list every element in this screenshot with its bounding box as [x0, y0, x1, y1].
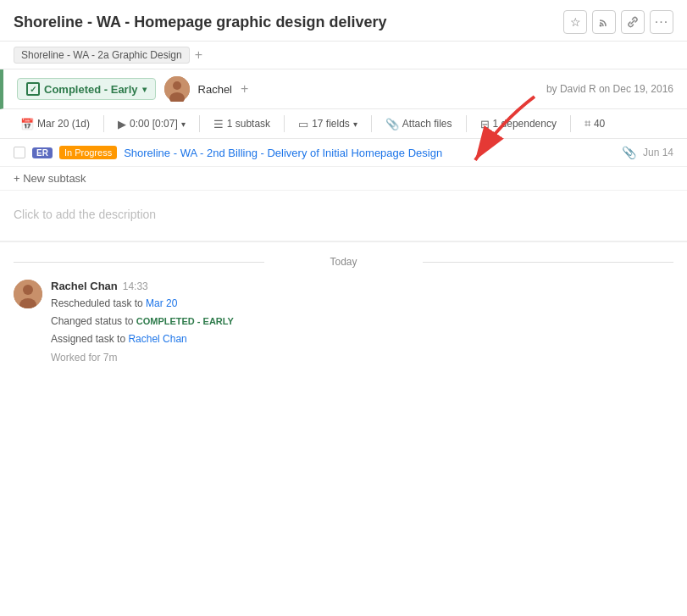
new-subtask-button[interactable]: + New subtask — [0, 167, 687, 191]
share-count: 40 — [594, 118, 605, 130]
breadcrumb-add[interactable]: + — [195, 47, 202, 63]
status-label: Completed - Early — [44, 83, 138, 96]
fields-label: 17 fields — [312, 118, 350, 130]
svg-point-0 — [600, 25, 602, 27]
status-bar: ✓ Completed - Early ▾ Rachel + by David … — [0, 69, 687, 109]
attach-button[interactable]: 📎 Attach files — [379, 115, 459, 133]
today-label: Today — [14, 256, 673, 268]
subtask-section: ER In Progress Shoreline - WA - 2nd Bill… — [0, 139, 687, 167]
subtask-row: ER In Progress Shoreline - WA - 2nd Bill… — [0, 139, 687, 167]
status-change-link[interactable]: COMPLETED - EARLY — [136, 316, 234, 326]
activity-avatar-image — [14, 280, 42, 308]
fields-dropdown-icon: ▾ — [353, 119, 357, 129]
attachment-icon: 📎 — [622, 146, 636, 159]
in-progress-badge[interactable]: In Progress — [59, 146, 117, 159]
fields-icon: ▭ — [298, 118, 308, 130]
star-button[interactable]: ☆ — [563, 10, 587, 34]
activity-item: Rachel Chan 14:33 Rescheduled task to Ma… — [14, 280, 673, 363]
dependency-button[interactable]: ⊟ 1 dependency — [474, 115, 563, 133]
activity-user: Rachel Chan — [51, 280, 118, 292]
time-dropdown-icon: ▾ — [181, 119, 186, 129]
attach-label: Attach files — [402, 118, 452, 130]
date-label: Mar 20 (1d) — [37, 118, 90, 130]
share-icon: ⌗ — [585, 117, 590, 130]
link-button[interactable] — [621, 10, 645, 34]
separator-1 — [103, 115, 104, 132]
subtask-icon: ☰ — [213, 118, 224, 130]
description-area[interactable]: Click to add the description — [0, 191, 687, 241]
activity-content: Rachel Chan 14:33 Rescheduled task to Ma… — [51, 280, 673, 363]
separator-2 — [199, 115, 200, 132]
page-title: Shoreline - WA - Homepage graphic design… — [14, 14, 386, 31]
rss-button[interactable] — [592, 10, 616, 34]
avatar — [164, 76, 190, 102]
header-actions: ☆ ··· — [563, 10, 673, 34]
date-field[interactable]: 📅 Mar 20 (1d) — [14, 115, 97, 133]
activity-line-3: Assigned task to Rachel Chan — [51, 331, 673, 347]
calendar-icon: 📅 — [20, 118, 34, 130]
activity-section: Today Rachel Chan 14:33 Rescheduled task… — [0, 242, 687, 387]
fields-button[interactable]: ▭ 17 fields ▾ — [291, 115, 364, 133]
subtask-title[interactable]: Shoreline - WA - 2nd Billing - Delivery … — [124, 147, 615, 159]
subtask-label: 1 subtask — [227, 118, 270, 130]
activity-line-1: Rescheduled task to Mar 20 — [51, 296, 673, 312]
activity-header: Rachel Chan 14:33 — [51, 280, 673, 292]
by-info: by David R on Dec 19, 2016 — [546, 83, 673, 95]
subtask-field[interactable]: ☰ 1 subtask — [207, 115, 277, 133]
add-assignee-button[interactable]: + — [241, 81, 248, 97]
activity-line-2: Changed status to COMPLETED - EARLY — [51, 314, 673, 330]
svg-point-2 — [173, 81, 181, 90]
subtask-checkbox[interactable] — [14, 147, 25, 158]
assigned-link[interactable]: Rachel Chan — [128, 333, 186, 345]
breadcrumb-tag[interactable]: Shoreline - WA - 2a Graphic Design — [14, 47, 190, 64]
breadcrumb-bar: Shoreline - WA - 2a Graphic Design + — [0, 42, 687, 69]
paperclip-icon: 📎 — [385, 118, 399, 130]
separator-3 — [284, 115, 285, 132]
subtask-date: Jun 14 — [643, 147, 673, 158]
separator-4 — [371, 115, 372, 132]
svg-point-6 — [23, 285, 33, 295]
activity-avatar — [14, 280, 42, 308]
time-field[interactable]: ▶ 0:00 [0:07] ▾ — [111, 115, 192, 133]
toolbar-bar: 📅 Mar 20 (1d) ▶ 0:00 [0:07] ▾ ☰ 1 subtas… — [0, 109, 687, 139]
separator-5 — [466, 115, 467, 132]
worked-for: Worked for 7m — [51, 352, 673, 363]
dependency-icon: ⊟ — [480, 118, 490, 130]
rss-icon — [598, 16, 610, 28]
time-label: 0:00 [0:07] — [130, 118, 178, 130]
more-button[interactable]: ··· — [650, 10, 673, 34]
status-badge[interactable]: ✓ Completed - Early ▾ — [17, 78, 156, 100]
header-bar: Shoreline - WA - Homepage graphic design… — [0, 0, 687, 42]
reschedule-link[interactable]: Mar 20 — [146, 297, 177, 309]
separator-6 — [570, 115, 571, 132]
avatar-image — [164, 76, 190, 102]
activity-time: 14:33 — [123, 280, 148, 292]
share-button[interactable]: ⌗ 40 — [578, 114, 612, 133]
status-dropdown-icon: ▾ — [142, 85, 147, 94]
play-icon: ▶ — [118, 118, 126, 130]
new-subtask-label: + New subtask — [14, 172, 86, 185]
assignee-name: Rachel — [198, 83, 232, 96]
link-icon — [627, 16, 639, 28]
dependency-label: 1 dependency — [493, 118, 557, 130]
er-badge: ER — [32, 147, 53, 158]
checkmark-icon: ✓ — [26, 82, 40, 96]
description-placeholder: Click to add the description — [14, 208, 156, 221]
